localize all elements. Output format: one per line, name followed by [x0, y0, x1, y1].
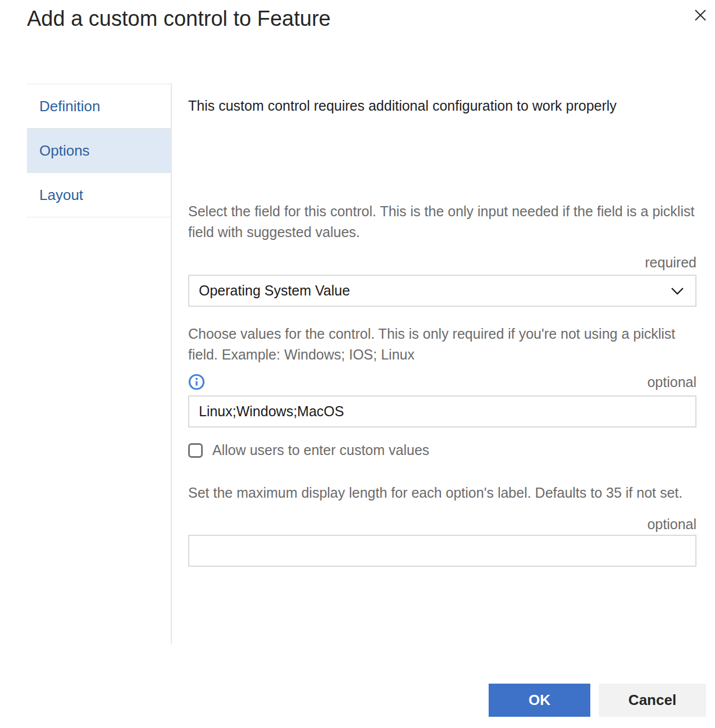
allow-custom-values-label: Allow users to enter custom values: [212, 442, 429, 458]
max-length-input[interactable]: [188, 535, 696, 567]
values-meta-row: optional: [188, 373, 696, 391]
optional-badge-length: optional: [188, 516, 696, 533]
add-custom-control-dialog: Add a custom control to Feature Definiti…: [0, 0, 715, 728]
required-badge: required: [188, 254, 696, 271]
tab-layout-label: Layout: [39, 186, 83, 204]
page-title: Add a custom control to Feature: [27, 7, 331, 31]
values-input[interactable]: [188, 395, 696, 427]
field-select-dropdown[interactable]: Operating System Value: [188, 275, 696, 307]
tab-definition[interactable]: Definition: [27, 84, 171, 129]
info-icon[interactable]: [188, 373, 206, 391]
field-select-description: Select the field for this control. This …: [188, 201, 696, 243]
tab-layout[interactable]: Layout: [27, 173, 171, 217]
info-circle-icon: [188, 374, 205, 390]
close-button[interactable]: [690, 4, 711, 26]
tab-definition-label: Definition: [39, 98, 100, 115]
values-description: Choose values for the control. This is o…: [188, 324, 696, 365]
chevron-down-icon: [671, 287, 684, 295]
dialog-tabs: Definition Options Layout: [27, 84, 171, 217]
max-length-description: Set the maximum display length for each …: [188, 483, 696, 503]
tab-options[interactable]: Options: [27, 129, 171, 173]
close-icon: [692, 7, 709, 24]
ok-button[interactable]: OK: [489, 684, 590, 717]
sidebar-divider: [171, 83, 172, 644]
cancel-button[interactable]: Cancel: [599, 684, 706, 717]
field-select-value: Operating System Value: [199, 283, 671, 299]
tab-options-label: Options: [39, 142, 90, 160]
allow-custom-values-row: Allow users to enter custom values: [188, 442, 696, 458]
options-panel: This custom control requires additional …: [188, 83, 696, 567]
allow-custom-values-checkbox[interactable]: [188, 443, 203, 458]
config-warning-text: This custom control requires additional …: [188, 95, 696, 116]
optional-badge-values: optional: [647, 374, 696, 390]
